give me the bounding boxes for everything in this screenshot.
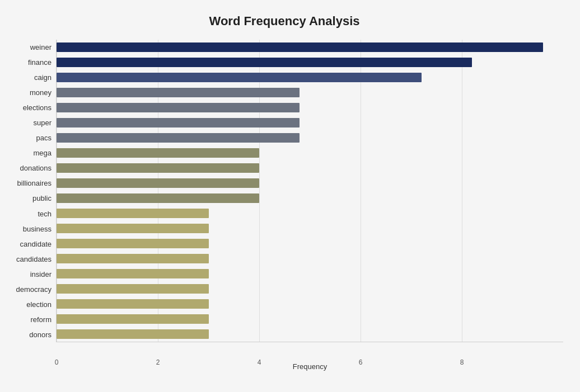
y-label: tech bbox=[38, 210, 52, 218]
y-label: candidates bbox=[16, 256, 52, 263]
y-label: weiner bbox=[30, 44, 52, 51]
bar bbox=[57, 58, 472, 67]
bar-row bbox=[57, 40, 563, 55]
bar-row bbox=[57, 176, 563, 191]
bar-row bbox=[57, 206, 563, 221]
bar bbox=[57, 239, 209, 248]
y-label: finance bbox=[28, 59, 52, 66]
y-label: caign bbox=[34, 74, 52, 81]
bars-area: 02468 Frequency bbox=[56, 40, 563, 342]
bar bbox=[57, 118, 300, 127]
bar bbox=[57, 299, 209, 308]
bar bbox=[57, 148, 259, 157]
bar-row bbox=[57, 266, 563, 281]
bar-row bbox=[57, 311, 563, 327]
bar-row bbox=[57, 327, 563, 342]
bar-row bbox=[57, 85, 563, 100]
bar bbox=[57, 209, 209, 218]
bar-row bbox=[57, 100, 563, 115]
bar bbox=[57, 269, 209, 278]
bar bbox=[57, 163, 259, 172]
bar-row bbox=[57, 281, 563, 296]
bar bbox=[57, 224, 209, 233]
bar-row bbox=[57, 296, 563, 311]
y-label: donations bbox=[20, 164, 52, 172]
y-label: money bbox=[30, 89, 52, 96]
chart-container: Word Frequency Analysis weinerfinancecai… bbox=[0, 0, 580, 392]
bar bbox=[57, 88, 300, 97]
bar bbox=[57, 193, 259, 202]
y-label: billionaires bbox=[17, 180, 52, 187]
bar-row bbox=[57, 236, 563, 251]
y-label: election bbox=[26, 301, 52, 308]
x-axis-label: Frequency bbox=[57, 362, 563, 371]
bar bbox=[57, 314, 209, 323]
bar bbox=[57, 178, 259, 187]
bar bbox=[57, 133, 300, 142]
y-label: reform bbox=[30, 316, 52, 323]
bar bbox=[57, 329, 209, 338]
bar-row bbox=[57, 160, 563, 176]
bar-row bbox=[57, 130, 563, 145]
y-label: insider bbox=[30, 271, 52, 278]
bar-row bbox=[57, 251, 563, 266]
y-labels: weinerfinancecaignmoneyelectionssuperpac… bbox=[6, 40, 56, 342]
bar bbox=[57, 284, 209, 293]
bar bbox=[57, 42, 543, 51]
y-label: candidate bbox=[20, 240, 52, 248]
bar-row bbox=[57, 55, 563, 70]
y-label: mega bbox=[33, 149, 52, 157]
bar bbox=[57, 103, 300, 112]
bar-row bbox=[57, 145, 563, 160]
bar-row bbox=[57, 191, 563, 206]
bar bbox=[57, 254, 209, 263]
bar bbox=[57, 73, 422, 82]
y-label: elections bbox=[23, 104, 52, 111]
y-label: super bbox=[33, 119, 52, 126]
bar-row bbox=[57, 115, 563, 130]
chart-title: Word Frequency Analysis bbox=[6, 11, 563, 29]
chart-area: weinerfinancecaignmoneyelectionssuperpac… bbox=[6, 40, 563, 342]
bar-row bbox=[57, 70, 563, 85]
y-label: democracy bbox=[16, 286, 52, 293]
y-label: donors bbox=[29, 331, 52, 338]
bar-row bbox=[57, 221, 563, 236]
y-label: business bbox=[23, 225, 52, 233]
y-label: pacs bbox=[36, 134, 52, 141]
y-label: public bbox=[32, 195, 52, 202]
